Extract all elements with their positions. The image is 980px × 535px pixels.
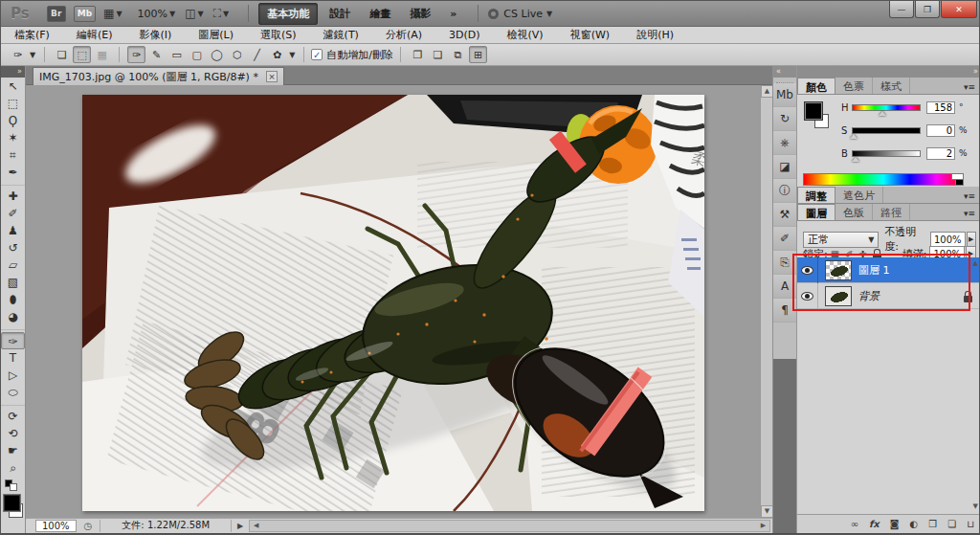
footer-new-group[interactable]: ❒ bbox=[928, 519, 937, 529]
screen-mode-icon[interactable]: ◫ bbox=[185, 7, 195, 20]
view-extras-caret-icon[interactable]: ▼ bbox=[223, 10, 229, 18]
workspace-design[interactable]: 設計 bbox=[322, 4, 358, 24]
tool-lasso[interactable]: Ϙ bbox=[1, 112, 25, 129]
tool-preset-caret-icon[interactable]: ▼ bbox=[30, 51, 35, 59]
dock-icon-info[interactable]: ⓘ bbox=[773, 179, 796, 203]
zoom-level-select[interactable]: 100% bbox=[138, 8, 167, 20]
shape-custom-shape[interactable]: ✿ bbox=[268, 46, 286, 63]
panel-tab-swatches[interactable]: 色票 bbox=[835, 78, 873, 94]
visibility-cell[interactable] bbox=[797, 257, 818, 283]
hue-slider-marker[interactable] bbox=[879, 111, 886, 116]
footer-add-mask[interactable]: ◙ bbox=[890, 519, 900, 529]
adjustments-panel-menu-icon[interactable]: ▾≡ bbox=[964, 189, 980, 201]
shape-ellipse[interactable]: ◯ bbox=[208, 46, 226, 63]
mode-fill-pixels[interactable]: ▦ bbox=[93, 46, 111, 63]
tab-close-icon[interactable]: × bbox=[266, 71, 278, 82]
saturation-value-field[interactable]: 0 bbox=[926, 124, 955, 137]
zoom-caret-icon[interactable]: ▼ bbox=[169, 10, 175, 18]
bridge-button[interactable]: Br bbox=[47, 6, 66, 22]
foreground-color-swatch[interactable] bbox=[3, 494, 21, 512]
combine-intersect-shape[interactable]: ⧉ bbox=[449, 46, 467, 63]
tool-move[interactable]: ↖ bbox=[1, 78, 25, 95]
dock-icon-mini-bridge[interactable]: Mb bbox=[773, 83, 796, 107]
shape-freeform-pen[interactable]: ✎ bbox=[147, 46, 166, 63]
spectrum-black-swatch[interactable] bbox=[955, 179, 964, 186]
tool-[interactable] bbox=[1, 325, 25, 330]
workspace-photography[interactable]: 攝影 bbox=[402, 4, 438, 24]
shape-rectangle[interactable]: ▭ bbox=[167, 46, 186, 63]
scroll-left-icon[interactable]: ◀ bbox=[250, 521, 262, 531]
shape-polygon[interactable]: ⬡ bbox=[228, 46, 246, 63]
eye-icon[interactable] bbox=[801, 292, 813, 301]
maximize-button[interactable]: ❐ bbox=[915, 1, 940, 18]
close-button[interactable]: ✕ bbox=[941, 1, 977, 18]
arrange-documents-icon[interactable]: ▦ bbox=[103, 7, 114, 20]
tool-[interactable] bbox=[1, 181, 25, 186]
layers-panel-menu-icon[interactable]: ▾≡ bbox=[964, 206, 980, 218]
mini-bridge-button[interactable]: Mb bbox=[74, 6, 96, 22]
brightness-value-field[interactable]: 2 bbox=[926, 147, 955, 160]
footer-adjustment-layer[interactable]: ◐ bbox=[910, 519, 919, 529]
menu-item[interactable]: 選取(S) bbox=[247, 28, 310, 42]
dock-collapse-button[interactable]: « bbox=[773, 66, 796, 78]
scroll-right-icon[interactable]: ▶ bbox=[757, 521, 769, 531]
background-thumbnail[interactable] bbox=[825, 286, 852, 306]
tool-clone-stamp[interactable]: ♟ bbox=[1, 222, 25, 239]
tool-eyedropper[interactable]: ✒ bbox=[1, 164, 25, 181]
brightness-slider-marker[interactable] bbox=[852, 157, 859, 162]
eye-icon[interactable] bbox=[801, 266, 813, 275]
menu-item[interactable]: 影像(I) bbox=[125, 28, 185, 42]
panel-tab-channels[interactable]: 色版 bbox=[835, 204, 873, 220]
tool-gradient[interactable]: ▧ bbox=[1, 274, 25, 291]
menu-item[interactable]: 說明(H) bbox=[623, 28, 687, 42]
layer-row-background[interactable]: 背景 bbox=[797, 283, 980, 309]
menu-item[interactable]: 檢視(V) bbox=[494, 28, 557, 42]
shape-pen[interactable]: ✑ bbox=[127, 46, 145, 63]
foreground-swatch[interactable] bbox=[805, 102, 822, 120]
opacity-spinner-icon[interactable]: ▶ bbox=[967, 232, 976, 247]
dock-icon-history[interactable]: ↻ bbox=[773, 107, 796, 131]
combine-exclude-shape[interactable]: ⊞ bbox=[469, 46, 487, 63]
vertical-scrollbar[interactable]: ▲ ▼ bbox=[760, 85, 772, 518]
shape-options-caret-icon[interactable]: ▼ bbox=[289, 51, 295, 59]
layers-scroll-up-icon[interactable]: ▲ bbox=[973, 259, 978, 267]
saturation-slider[interactable] bbox=[852, 127, 921, 134]
panels-expand-button[interactable]: » bbox=[797, 66, 980, 78]
tool-brush[interactable]: ✐ bbox=[1, 205, 25, 222]
menu-item[interactable]: 分析(A) bbox=[372, 28, 435, 42]
tool-quick-selection[interactable]: ✶ bbox=[1, 129, 25, 146]
combine-add-shape[interactable]: ❐ bbox=[409, 46, 427, 63]
scroll-down-icon[interactable]: ▼ bbox=[761, 505, 772, 518]
shape-rounded-rectangle[interactable]: ▢ bbox=[188, 46, 206, 63]
cs-live-menu[interactable]: CS Live ▼ bbox=[488, 8, 562, 20]
footer-delete-layer[interactable]: ⊔ bbox=[967, 519, 974, 529]
menu-item[interactable]: 檔案(F) bbox=[1, 28, 63, 42]
dock-icon-character[interactable]: A bbox=[773, 275, 796, 299]
combine-subtract-shape[interactable]: ❏ bbox=[429, 46, 447, 63]
panel-tab-color[interactable]: 顏色 bbox=[797, 78, 835, 94]
mode-paths[interactable]: ⬚ bbox=[73, 46, 91, 63]
color-spectrum-ramp[interactable] bbox=[803, 173, 964, 186]
checkbox-icon[interactable]: ✓ bbox=[311, 49, 323, 60]
arrange-caret-icon[interactable]: ▼ bbox=[116, 10, 122, 18]
panel-tab-masks[interactable]: 遮色片 bbox=[835, 187, 883, 203]
tool-rotate-3d[interactable]: ⟳ bbox=[1, 408, 25, 425]
dock-icon-brush-presets[interactable]: ✐ bbox=[773, 227, 796, 251]
saturation-slider-marker[interactable] bbox=[850, 134, 858, 139]
document-tab[interactable]: IMG_1703.jpg @ 100% (圖層 1, RGB/8#) * × bbox=[33, 67, 284, 85]
tool-hand[interactable]: ☛ bbox=[1, 442, 25, 459]
menu-item[interactable]: 編輯(E) bbox=[63, 28, 126, 42]
status-info-caret-icon[interactable]: ▶ bbox=[237, 522, 243, 530]
background-name[interactable]: 背景 bbox=[858, 289, 880, 303]
view-extras-icon[interactable]: ⛶ bbox=[213, 7, 221, 20]
menu-item[interactable]: 濾鏡(T) bbox=[310, 28, 372, 42]
scroll-up-icon[interactable]: ▲ bbox=[761, 85, 772, 98]
dock-icon-histogram[interactable]: ◪ bbox=[773, 155, 796, 179]
layer-row-layer1[interactable]: 圖層 1 bbox=[797, 257, 980, 283]
default-colors-icon[interactable] bbox=[1, 479, 25, 492]
tool-marquee[interactable]: ⬚ bbox=[1, 95, 25, 112]
tool-crop[interactable]: ⌗ bbox=[1, 146, 25, 164]
status-zoom-field[interactable]: 100% bbox=[35, 520, 77, 532]
color-panel-menu-icon[interactable]: ▾≡ bbox=[964, 79, 980, 92]
panel-tab-adjustments[interactable]: 調整 bbox=[797, 187, 835, 203]
